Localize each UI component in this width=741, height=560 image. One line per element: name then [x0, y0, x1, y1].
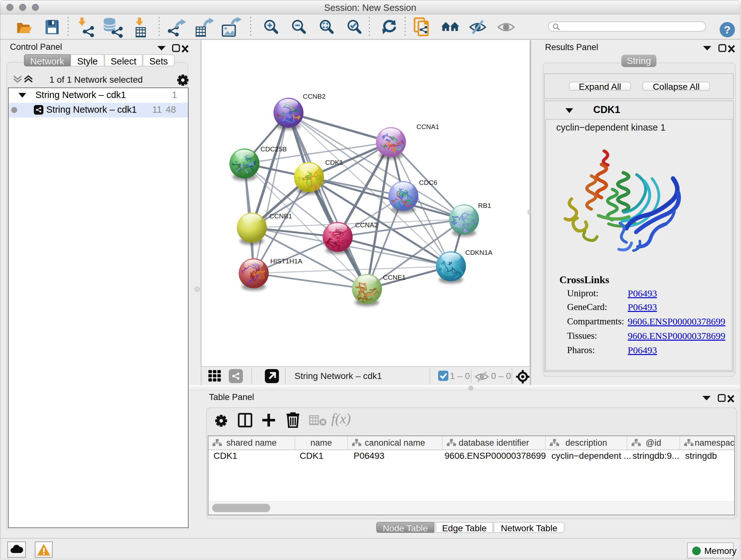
svg-text:CDK1: CDK1	[325, 159, 343, 166]
svg-text:CDKN1A: CDKN1A	[465, 249, 492, 256]
svg-text:CDC6: CDC6	[419, 179, 437, 186]
svg-text:HIST1H1A: HIST1H1A	[270, 257, 302, 265]
svg-text:RB1: RB1	[478, 202, 491, 209]
svg-text:CCNE1: CCNE1	[383, 273, 406, 281]
svg-text:CCNA1: CCNA1	[416, 123, 439, 130]
svg-text:CCNA2: CCNA2	[355, 221, 378, 229]
svg-text:CCNB2: CCNB2	[303, 92, 326, 100]
svg-text:CCNB1: CCNB1	[269, 212, 292, 220]
svg-text:CDC25B: CDC25B	[260, 145, 287, 152]
